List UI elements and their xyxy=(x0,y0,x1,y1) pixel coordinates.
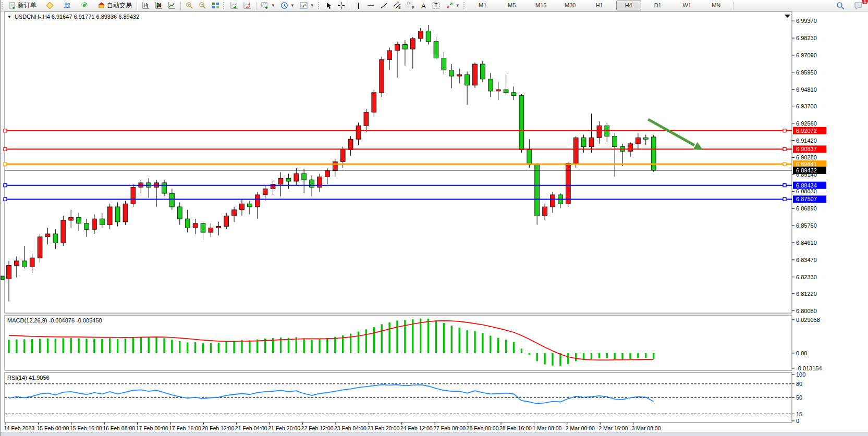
autotrading-button[interactable]: 自动交易 xyxy=(95,0,135,11)
bar-chart-icon xyxy=(142,2,150,9)
timeframe-d1[interactable]: D1 xyxy=(645,1,670,10)
price-line-label: 6.87507 xyxy=(796,196,817,202)
macd-histogram-bar xyxy=(241,340,242,353)
line-handle[interactable] xyxy=(783,197,786,201)
line-handle[interactable] xyxy=(4,163,7,166)
macd-histogram-bar xyxy=(621,353,623,359)
toolbar-grip[interactable] xyxy=(223,2,227,9)
horizontal-line-tool-button[interactable] xyxy=(364,0,377,11)
line-handle[interactable] xyxy=(4,197,7,201)
time-axis[interactable]: 14 Feb 202315 Feb 00:0015 Feb 16:0016 Fe… xyxy=(4,422,661,431)
timeframe-mn[interactable]: MN xyxy=(704,1,729,10)
timeframe-m15[interactable]: M15 xyxy=(529,1,554,10)
macd-histogram-bar xyxy=(163,338,165,353)
terminal-window: 新订单 自动交易 xyxy=(0,0,868,436)
price-tick-label: 6.84610 xyxy=(796,240,817,246)
line-handle[interactable] xyxy=(783,184,786,187)
line-handle[interactable] xyxy=(783,147,786,151)
price-tick-label: 6.83470 xyxy=(796,257,817,263)
profiles-clock-button[interactable]: ▼ xyxy=(278,0,297,11)
new-order-button[interactable]: 新订单 xyxy=(6,0,39,11)
zoom-in-button[interactable] xyxy=(183,0,196,11)
macd-histogram-bar xyxy=(629,353,631,359)
toolbar-grip[interactable] xyxy=(463,2,467,9)
macd-histogram-bar xyxy=(210,343,212,353)
vertical-line-tool-button[interactable] xyxy=(352,0,364,11)
one-click-toggle-icon[interactable]: ▼ xyxy=(7,15,11,19)
candlestick-icon xyxy=(155,2,163,9)
tile-windows-button[interactable] xyxy=(209,0,222,11)
time-tick-label: 17 Feb 16:00 xyxy=(169,425,201,431)
new-chart-button[interactable]: ▼ xyxy=(259,0,278,11)
cursor-tool-button[interactable] xyxy=(323,0,335,11)
timeframe-m5[interactable]: M5 xyxy=(499,1,524,10)
notifications-button[interactable]: 1 xyxy=(851,0,865,11)
line-chart-button[interactable] xyxy=(165,0,178,11)
indicators-button[interactable]: ▼ xyxy=(297,0,317,11)
candle-body xyxy=(30,258,34,267)
candlestick-button[interactable] xyxy=(152,0,165,11)
chevron-down-icon: ▼ xyxy=(271,3,275,8)
candle-body xyxy=(372,93,376,113)
line-handle[interactable] xyxy=(4,184,7,187)
line-handle[interactable] xyxy=(783,129,786,132)
candle-body xyxy=(61,220,66,243)
line-handle[interactable] xyxy=(4,129,7,132)
macd-tick-label: 0.00 xyxy=(796,350,807,356)
timeframe-w1[interactable]: W1 xyxy=(675,1,700,10)
arrows-tool-button[interactable]: ▼ xyxy=(443,0,462,11)
text-tool-button[interactable]: A xyxy=(418,0,430,11)
zoom-out-button[interactable] xyxy=(196,0,209,11)
rsi-tick-label: 0 xyxy=(796,418,799,424)
macd-histogram-bar xyxy=(334,337,336,353)
chart-canvas[interactable]: 6.993706.982306.970906.959506.948106.937… xyxy=(1,11,868,436)
macd-histogram-bar xyxy=(303,339,305,353)
macd-histogram-bar xyxy=(179,341,180,353)
chart-area[interactable]: 6.993706.982306.970906.959506.948106.937… xyxy=(1,11,868,436)
bar-chart-button[interactable] xyxy=(139,0,152,11)
line-handle[interactable] xyxy=(783,163,786,166)
auto-scroll-button[interactable] xyxy=(228,0,241,11)
candle-body xyxy=(69,217,74,220)
macd-histogram-bar xyxy=(148,338,150,353)
trendline-tool-button[interactable] xyxy=(377,0,390,11)
time-tick-label: 14 Feb 2023 xyxy=(4,425,34,431)
candle-body xyxy=(115,207,120,222)
macd-histogram-bar xyxy=(443,323,445,353)
candle-body xyxy=(465,74,470,85)
svg-text:A: A xyxy=(421,2,426,9)
candle-body xyxy=(224,216,229,226)
search-button[interactable] xyxy=(834,0,847,11)
chart-shift-button[interactable] xyxy=(241,0,254,11)
macd-histogram-bar xyxy=(451,326,453,353)
candle-body xyxy=(77,217,81,223)
timeframe-m30[interactable]: M30 xyxy=(558,1,583,10)
candle-body xyxy=(511,93,516,96)
svg-text:T: T xyxy=(434,3,438,8)
candle-body xyxy=(278,178,283,184)
timeframe-h1[interactable]: H1 xyxy=(587,1,612,10)
signals-button[interactable] xyxy=(78,0,91,11)
line-handle[interactable] xyxy=(4,147,7,151)
auto-scroll-icon xyxy=(230,2,238,9)
macd-histogram-bar xyxy=(319,339,320,353)
text-label-tool-button[interactable]: T xyxy=(430,0,443,11)
candle-body xyxy=(193,223,198,228)
toolbar-grip[interactable] xyxy=(2,2,5,9)
community-button[interactable] xyxy=(60,0,74,11)
timeframe-h4[interactable]: H4 xyxy=(616,1,641,10)
macd-histogram-bar xyxy=(47,339,48,353)
candle-body xyxy=(302,174,307,180)
equidistant-channel-tool-button[interactable]: E xyxy=(390,0,404,11)
candle-body xyxy=(177,207,182,219)
metaeditor-button[interactable] xyxy=(43,0,56,11)
crosshair-tool-button[interactable] xyxy=(335,0,348,11)
toolbar-grip[interactable] xyxy=(318,2,322,9)
price-line-label: 6.90837 xyxy=(796,146,817,152)
timeframe-m1[interactable]: M1 xyxy=(470,1,495,10)
fibonacci-tool-button[interactable]: F xyxy=(404,0,418,11)
community-icon xyxy=(63,2,71,9)
time-tick-label: 24 Feb 12:00 xyxy=(400,425,433,431)
crosshair-icon xyxy=(337,2,345,9)
chart-shift-icon xyxy=(243,2,251,9)
